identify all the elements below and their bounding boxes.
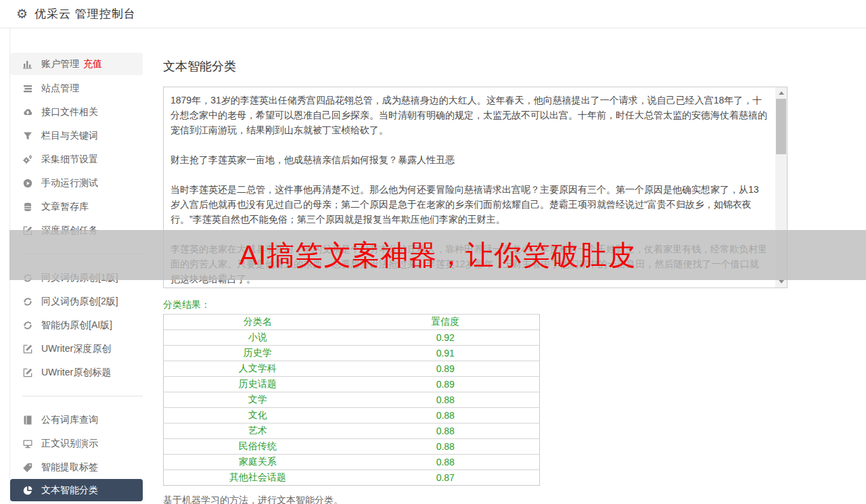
sidebar-item-columns-keywords[interactable]: 栏目与关键词 <box>10 124 143 147</box>
scrollbar-thumb[interactable] <box>776 99 786 154</box>
sidebar-item-label: 文章暂存库 <box>41 201 89 213</box>
article-input[interactable]: 1879年，31岁的李莲英出任储秀宫四品花翎总管，成为慈禧身边的大红人。这年春天… <box>163 87 788 288</box>
play-circle-icon <box>22 178 33 189</box>
sidebar-item-label: 文本智能分类 <box>41 484 98 497</box>
sidebar-item-ai-rewrite[interactable]: 智能伪原创[AI版] <box>10 313 143 337</box>
sidebar-item-synonym-v2[interactable]: 同义词伪原创[2版] <box>10 290 143 313</box>
edit-icon <box>22 367 33 378</box>
sidebar-item-label: 公有词库查询 <box>41 414 98 426</box>
cell-confidence: 0.88 <box>352 455 540 470</box>
column-header-category: 分类名 <box>164 315 352 330</box>
cell-category: 家庭关系 <box>164 455 352 470</box>
page-title: 文本智能分类 <box>163 58 866 74</box>
cell-category: 历史话题 <box>164 377 352 392</box>
sidebar-item-article-store[interactable]: 文章暂存库 <box>10 195 143 219</box>
monitor-icon <box>22 438 33 449</box>
sidebar-item-synonym-v1[interactable]: 同义词伪原创[1版] <box>10 266 143 290</box>
table-row: 小说0.92 <box>164 330 540 346</box>
cell-confidence: 0.88 <box>352 408 540 423</box>
sidebar-item-label: 账户管理 <box>41 58 79 70</box>
list-icon <box>22 83 33 94</box>
edit-icon <box>22 344 33 354</box>
cell-category: 民俗传统 <box>164 439 352 455</box>
table-row: 文学0.88 <box>164 392 540 408</box>
table-row: 历史话题0.89 <box>164 377 540 392</box>
article-text: 1879年，31岁的李莲英出任储秀宫四品花翎总管，成为慈禧身边的大红人。这年春天… <box>164 87 787 288</box>
table-row: 家庭关系0.88 <box>164 455 540 470</box>
column-header-confidence: 置信度 <box>352 315 540 330</box>
table-row: 民俗传统0.88 <box>164 439 540 455</box>
sidebar-item-label: 正文识别演示 <box>41 438 98 450</box>
scrollbar-up-icon[interactable] <box>775 87 787 99</box>
sidebar-item-collect-settings[interactable]: 采集细节设置 <box>10 147 143 171</box>
tag-icon <box>22 462 33 473</box>
sidebar-item-label: 智能提取标签 <box>41 461 98 474</box>
sidebar: 账户管理 充值 站点管理 接口文件相关 栏目与关键词 采集细节设置 手动运行测试… <box>10 28 143 504</box>
sidebar-item-label: 采集细节设置 <box>41 154 98 166</box>
gears-icon <box>22 154 33 165</box>
cell-category: 艺术 <box>164 423 352 439</box>
results-table: 分类名 置信度 小说0.92 历史学0.91 人文学科0.89 历史话题0.89… <box>163 314 540 486</box>
cell-confidence: 0.89 <box>352 377 540 392</box>
sidebar-item-uwriter-title[interactable]: UWriter原创标题 <box>10 361 143 384</box>
article-paragraph: 财主抢了李莲英家一亩地，他成慈禧亲信后如何报复？暴露人性丑恶 <box>170 152 768 167</box>
main-content: 文本智能分类 1879年，31岁的李莲英出任储秀宫四品花翎总管，成为慈禧身边的大… <box>143 28 866 504</box>
cell-category: 人文学科 <box>164 361 352 377</box>
scrollbar[interactable] <box>775 87 787 288</box>
cell-category: 文学 <box>164 392 352 408</box>
cloud-upload-icon <box>22 107 33 118</box>
sidebar-item-label: UWriter深度原创 <box>41 343 111 355</box>
sidebar-item-relevance-check[interactable]: 内容相关度检测 <box>10 501 143 504</box>
sidebar-item-body-recognition[interactable]: 正文识别演示 <box>10 432 143 455</box>
sync-icon <box>22 296 33 307</box>
sidebar-item-label: 站点管理 <box>41 83 79 95</box>
sidebar-item-uwriter-deep[interactable]: UWriter深度原创 <box>10 337 143 361</box>
recharge-badge[interactable]: 充值 <box>83 58 102 70</box>
sidebar-item-label: 接口文件相关 <box>41 106 98 118</box>
table-row: 其他社会话题0.87 <box>164 470 540 486</box>
cell-confidence: 0.88 <box>352 439 540 455</box>
sidebar-item-smart-tags[interactable]: 智能提取标签 <box>10 455 143 479</box>
cell-category: 其他社会话题 <box>164 470 352 486</box>
scrollbar-down-icon[interactable] <box>775 276 787 288</box>
database-icon <box>22 202 33 212</box>
sidebar-item-account[interactable]: 账户管理 充值 <box>10 53 143 75</box>
book-icon <box>22 415 33 426</box>
sidebar-item-label: UWriter原创标题 <box>41 367 111 379</box>
sidebar-item-manual-run[interactable]: 手动运行测试 <box>10 171 143 195</box>
cell-confidence: 0.91 <box>352 346 540 361</box>
cell-confidence: 0.87 <box>352 470 540 486</box>
cell-confidence: 0.88 <box>352 423 540 439</box>
sidebar-item-text-classification[interactable]: 文本智能分类 <box>10 479 143 501</box>
sidebar-item-public-lexicon[interactable]: 公有词库查询 <box>10 408 143 432</box>
bar-chart-icon <box>22 59 33 70</box>
sidebar-item-label: 同义词伪原创[1版] <box>41 272 118 284</box>
sidebar-item-label: 手动运行测试 <box>41 177 98 189</box>
sidebar-item-interface-files[interactable]: 接口文件相关 <box>10 100 143 124</box>
sync-icon <box>22 320 33 331</box>
sidebar-item-label: 深度原创任务 <box>41 225 98 237</box>
sidebar-divider <box>22 396 143 396</box>
cell-category: 文化 <box>164 408 352 423</box>
sidebar-item-deep-original-task[interactable]: 深度原创任务 <box>10 219 143 242</box>
cell-confidence: 0.89 <box>352 361 540 377</box>
sidebar-item-sites[interactable]: 站点管理 <box>10 76 143 100</box>
table-header-row: 分类名 置信度 <box>164 315 540 330</box>
gear-icon: ⚙ <box>16 7 28 20</box>
pie-chart-icon <box>22 485 33 496</box>
article-paragraph: 1879年，31岁的李莲英出任储秀宫四品花翎总管，成为慈禧身边的大红人。这年春天… <box>170 93 768 137</box>
sidebar-item-label: 同义词伪原创[2版] <box>41 296 118 308</box>
sidebar-item-label: 智能伪原创[AI版] <box>41 319 112 331</box>
content-frame: 账户管理 充值 站点管理 接口文件相关 栏目与关键词 采集细节设置 手动运行测试… <box>9 28 866 504</box>
table-row: 文化0.88 <box>164 408 540 423</box>
article-paragraph: 当时李莲英还是二总管，这件事他再清楚不过。那么他为何还要冒险向慈禧请求出宫呢？主… <box>170 182 768 227</box>
edit-icon <box>22 225 33 236</box>
table-row: 人文学科0.89 <box>164 361 540 377</box>
table-row: 艺术0.88 <box>164 423 540 439</box>
filter-icon <box>22 131 33 141</box>
results-label: 分类结果： <box>163 299 866 311</box>
cell-confidence: 0.92 <box>352 330 540 346</box>
cell-category: 小说 <box>164 330 352 346</box>
sidebar-item-label: 栏目与关键词 <box>41 130 98 142</box>
footnote: 基于机器学习的方法，进行文本智能分类。 <box>163 495 866 504</box>
